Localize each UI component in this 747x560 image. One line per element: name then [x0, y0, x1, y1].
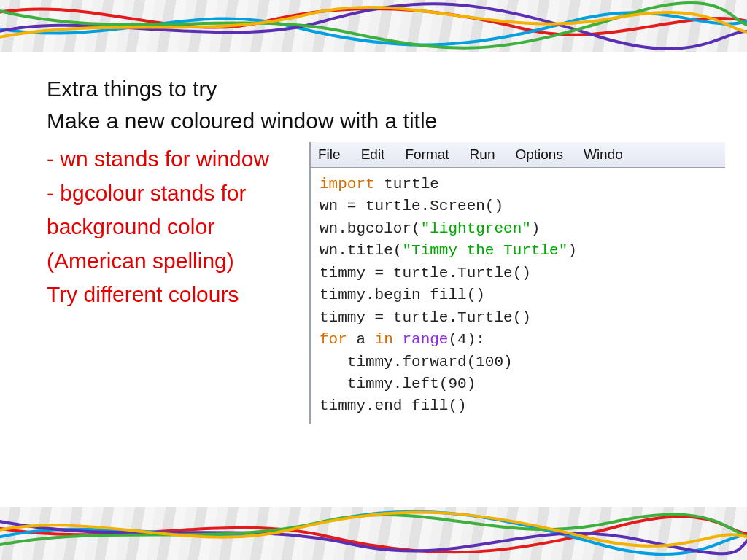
menu-options[interactable]: Options — [515, 147, 562, 163]
note-line: - bgcolour stands for — [47, 176, 295, 211]
slide-content: Extra things to try Make a new coloured … — [47, 73, 725, 487]
note-line: background color — [47, 210, 295, 244]
note-line: Try different colours — [47, 278, 295, 312]
editor-menubar: File Edit Format Run Options Windo — [311, 142, 725, 168]
code-editor: File Edit Format Run Options Windo impor… — [309, 142, 725, 424]
note-line: (American spelling) — [47, 244, 295, 279]
slide-subtitle: Make a new coloured window with a title — [47, 105, 725, 137]
menu-window[interactable]: Windo — [584, 147, 623, 163]
menu-file[interactable]: File — [318, 147, 341, 163]
banner-bottom — [0, 508, 747, 560]
banner-top — [0, 0, 747, 52]
slide-title: Extra things to try — [47, 73, 725, 105]
slide-notes: - wn stands for window - bgcolour stands… — [47, 142, 295, 424]
code-area[interactable]: import turtle wn = turtle.Screen() wn.bg… — [311, 168, 725, 424]
note-line: - wn stands for window — [47, 142, 295, 176]
menu-run[interactable]: Run — [470, 147, 495, 163]
menu-edit[interactable]: Edit — [361, 147, 385, 163]
menu-format[interactable]: Format — [405, 147, 449, 163]
